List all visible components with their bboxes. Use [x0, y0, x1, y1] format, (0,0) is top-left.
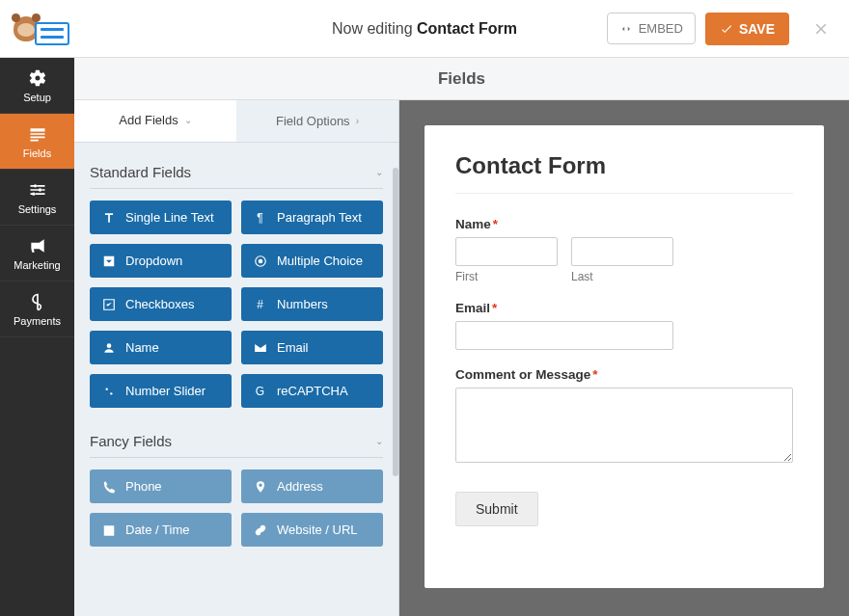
form-title: Contact Form	[455, 152, 793, 179]
tab-add-label: Add Fields	[119, 113, 178, 127]
chevron-down-icon: ⌄	[375, 167, 383, 177]
user-icon	[101, 340, 116, 355]
form-field-email[interactable]: Email*	[455, 301, 793, 350]
field-paragraph-text[interactable]: ¶Paragraph Text	[241, 201, 383, 234]
nav-marketing[interactable]: Marketing	[0, 226, 74, 281]
dot-circle-icon	[253, 254, 267, 268]
comment-label: Comment or Message*	[455, 367, 793, 382]
save-button[interactable]: SAVE	[705, 13, 789, 45]
field-single-line-text[interactable]: Single Line Text	[90, 201, 232, 234]
field-multiple-choice[interactable]: Multiple Choice	[241, 244, 383, 278]
chevron-right-icon: ›	[356, 116, 359, 126]
panel-title: Fields	[438, 69, 485, 89]
last-sublabel: Last	[571, 270, 673, 283]
panel-header: Fields	[74, 58, 849, 100]
section-fancy-head[interactable]: Fancy Fields ⌄	[90, 423, 383, 458]
section-fancy-title: Fancy Fields	[90, 433, 172, 449]
preview-area: Contact Form Name* First Last	[399, 100, 849, 616]
comment-textarea[interactable]	[455, 388, 793, 463]
logo-card-icon	[35, 22, 69, 45]
app-logo	[14, 13, 69, 45]
required-marker: *	[493, 217, 498, 231]
nav-setup-label: Setup	[23, 92, 51, 103]
svg-point-7	[110, 392, 112, 394]
top-actions: EMBED SAVE	[607, 13, 835, 45]
chevron-down-icon: ⌄	[184, 115, 192, 125]
close-icon	[812, 20, 830, 38]
sliders-icon	[28, 180, 47, 200]
sliders-h-icon	[101, 384, 116, 398]
close-button[interactable]	[807, 16, 835, 41]
paragraph-icon: ¶	[253, 210, 267, 225]
svg-point-1	[38, 188, 41, 191]
left-nav: Setup Fields Settings Marketing Payments	[0, 58, 74, 616]
field-website-url[interactable]: Website / URL	[241, 513, 383, 547]
form-field-comment[interactable]: Comment or Message*	[455, 367, 793, 467]
check-icon	[720, 22, 733, 36]
check-square-icon	[101, 297, 116, 311]
divider	[455, 193, 793, 194]
field-name[interactable]: Name	[90, 331, 232, 364]
form-field-name[interactable]: Name* First Last	[455, 217, 793, 283]
svg-point-2	[32, 192, 35, 195]
name-label: Name*	[455, 217, 793, 231]
chevron-down-icon: ⌄	[375, 436, 383, 446]
editing-prefix: Now editing	[332, 20, 417, 37]
field-number-slider[interactable]: Number Slider	[90, 374, 232, 408]
envelope-icon	[253, 340, 267, 355]
text-icon	[101, 210, 116, 225]
form-preview[interactable]: Contact Form Name* First Last	[424, 125, 824, 588]
phone-icon	[101, 479, 116, 494]
link-icon	[253, 522, 267, 537]
svg-point-0	[33, 184, 36, 187]
bullhorn-icon	[28, 236, 47, 255]
editing-form-name: Contact Form	[417, 20, 517, 37]
fields-panel[interactable]: Add Fields ⌄ Field Options › Standard Fi…	[74, 100, 399, 616]
nav-settings-label: Settings	[18, 203, 57, 215]
nav-setup[interactable]: Setup	[0, 58, 74, 114]
field-address[interactable]: Address	[241, 469, 383, 503]
field-date-time[interactable]: Date / Time	[90, 513, 232, 547]
code-icon	[619, 22, 633, 36]
nav-fields[interactable]: Fields	[0, 114, 74, 170]
save-label: SAVE	[739, 21, 775, 37]
first-sublabel: First	[455, 270, 558, 283]
field-recaptcha[interactable]: GreCAPTCHA	[241, 374, 383, 408]
top-bar: Now editing Contact Form EMBED SAVE	[0, 0, 849, 58]
required-marker: *	[492, 301, 497, 315]
gear-icon	[28, 68, 47, 88]
svg-point-5	[106, 343, 111, 348]
tab-add-fields[interactable]: Add Fields ⌄	[74, 100, 236, 142]
field-numbers[interactable]: #Numbers	[241, 287, 383, 321]
caret-square-icon	[101, 254, 116, 268]
field-phone[interactable]: Phone	[90, 469, 232, 503]
submit-button[interactable]: Submit	[455, 492, 538, 526]
google-icon: G	[253, 384, 267, 398]
tab-field-options[interactable]: Field Options ›	[236, 100, 398, 142]
nav-payments-label: Payments	[14, 315, 61, 327]
dollar-icon	[28, 292, 47, 311]
svg-point-4	[258, 258, 262, 263]
section-standard-head[interactable]: Standard Fields ⌄	[90, 154, 383, 189]
nav-payments[interactable]: Payments	[0, 281, 74, 337]
required-marker: *	[592, 367, 597, 382]
hash-icon: #	[253, 297, 267, 311]
tabs: Add Fields ⌄ Field Options ›	[74, 100, 398, 143]
embed-label: EMBED	[639, 21, 683, 36]
nav-marketing-label: Marketing	[14, 259, 60, 271]
last-name-input[interactable]	[571, 237, 673, 266]
tab-options-label: Field Options	[276, 114, 350, 128]
field-email[interactable]: Email	[241, 331, 383, 364]
field-dropdown[interactable]: Dropdown	[90, 244, 232, 278]
email-label: Email*	[455, 301, 793, 315]
calendar-icon	[101, 522, 116, 537]
embed-button[interactable]: EMBED	[607, 13, 696, 44]
field-checkboxes[interactable]: Checkboxes	[90, 287, 232, 321]
svg-point-6	[105, 388, 107, 389]
form-icon	[28, 124, 47, 144]
section-standard-title: Standard Fields	[90, 164, 191, 180]
email-input[interactable]	[455, 321, 673, 350]
nav-fields-label: Fields	[23, 147, 51, 159]
first-name-input[interactable]	[455, 237, 558, 266]
nav-settings[interactable]: Settings	[0, 170, 74, 226]
